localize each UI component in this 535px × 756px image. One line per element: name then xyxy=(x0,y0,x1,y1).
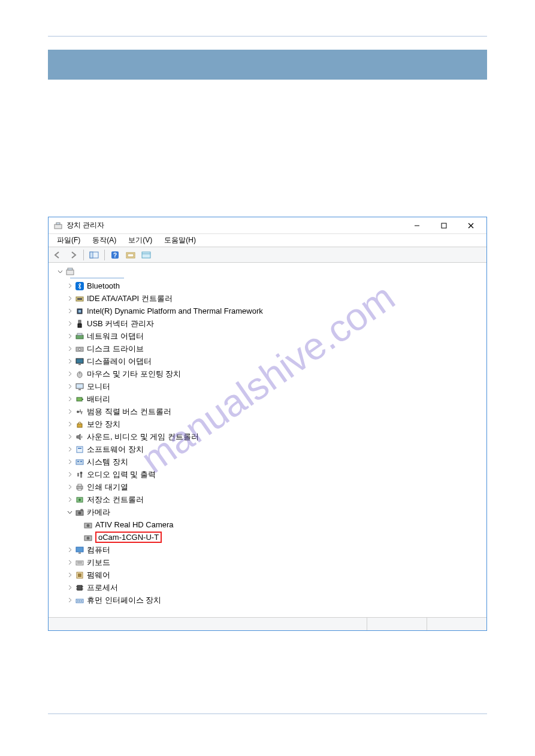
tree-node[interactable]: 사운드, 비디오 및 게임 컨트롤러 xyxy=(52,430,486,443)
svg-rect-18 xyxy=(77,298,82,300)
menu-action[interactable]: 동작(A) xyxy=(86,234,122,247)
properties-button[interactable] xyxy=(140,248,153,262)
tree-node[interactable]: 저장소 컨트롤러 xyxy=(52,493,486,506)
tree-node[interactable]: 휴먼 인터페이스 장치 xyxy=(52,594,486,606)
svg-rect-41 xyxy=(80,461,82,462)
tree-node[interactable]: 네트워크 어댑터 xyxy=(52,330,486,342)
expander-closed-icon[interactable] xyxy=(65,408,74,416)
window-title: 장치 관리자 xyxy=(67,220,104,230)
tree-node[interactable]: 소프트웨어 장치 xyxy=(52,443,486,456)
back-button[interactable] xyxy=(51,248,64,262)
tree-node[interactable]: 마우스 및 기타 포인팅 장치 xyxy=(52,368,486,380)
tree-node[interactable]: 카메라 xyxy=(52,506,486,518)
svg-rect-20 xyxy=(78,310,81,312)
tree-leaf-label: ATIV Real HD Camera xyxy=(95,520,174,529)
expander-closed-icon[interactable] xyxy=(65,307,74,315)
tree-node[interactable]: IDE ATA/ATAPI 컨트롤러 xyxy=(52,292,486,305)
svg-rect-40 xyxy=(77,461,79,462)
expander-closed-icon[interactable] xyxy=(65,370,74,378)
network-icon xyxy=(75,332,84,341)
svg-rect-64 xyxy=(77,585,82,590)
expander-closed-icon[interactable] xyxy=(65,483,74,491)
expander-closed-icon[interactable] xyxy=(65,420,74,429)
expander-closed-icon[interactable] xyxy=(65,596,74,605)
tree-node[interactable]: USB 커넥터 관리자 xyxy=(52,317,486,330)
forward-button[interactable] xyxy=(67,248,80,262)
help-button[interactable]: ? xyxy=(108,248,122,262)
tree-node[interactable]: 키보드 xyxy=(52,556,486,569)
tree-node[interactable]: Intel(R) Dynamic Platform and Thermal Fr… xyxy=(52,305,486,317)
tree-node[interactable]: Bluetooth xyxy=(52,280,486,292)
svg-rect-52 xyxy=(81,509,83,511)
expander-closed-icon[interactable] xyxy=(65,345,74,353)
expander-open-icon[interactable] xyxy=(65,508,74,517)
svg-rect-12 xyxy=(142,252,150,258)
expander-open-icon[interactable] xyxy=(56,268,64,276)
security-icon xyxy=(75,420,84,429)
expander-closed-icon[interactable] xyxy=(65,558,74,567)
software-icon xyxy=(75,445,84,454)
svg-text:?: ? xyxy=(113,252,117,259)
scan-button[interactable] xyxy=(124,248,137,262)
camera-dev-icon xyxy=(83,520,93,530)
battery-icon xyxy=(75,394,84,404)
root-underline xyxy=(70,278,124,278)
tree-node-label: Intel(R) Dynamic Platform and Thermal Fr… xyxy=(87,306,263,315)
expander-closed-icon[interactable] xyxy=(65,294,74,303)
tree-node-label: 마우스 및 기타 포인팅 장치 xyxy=(87,369,181,379)
expander-closed-icon[interactable] xyxy=(65,458,74,466)
tree-node-label: 오디오 입력 및 출력 xyxy=(87,469,156,480)
expander-closed-icon[interactable] xyxy=(65,382,74,391)
expander-closed-icon[interactable] xyxy=(65,584,74,592)
tree-node-label: 디스크 드라이브 xyxy=(87,344,144,354)
expander-closed-icon[interactable] xyxy=(65,571,74,579)
tree-node[interactable]: 시스템 장치 xyxy=(52,456,486,468)
expander-closed-icon[interactable] xyxy=(65,433,74,441)
menu-view[interactable]: 보기(V) xyxy=(122,234,158,247)
svg-rect-23 xyxy=(76,335,83,339)
device-tree[interactable]: BluetoothIDE ATA/ATAPI 컨트롤러Intel(R) Dyna… xyxy=(49,263,486,617)
tree-node[interactable]: 컴퓨터 xyxy=(52,544,486,556)
top-divider xyxy=(48,36,487,37)
computer-icon xyxy=(75,545,84,555)
expander-closed-icon[interactable] xyxy=(65,357,74,366)
tree-node-label: 저장소 컨트롤러 xyxy=(87,494,144,505)
tree-node[interactable]: 디스크 드라이브 xyxy=(52,342,486,355)
tree-node-label: 배터리 xyxy=(87,394,110,405)
hid-icon xyxy=(75,596,84,605)
firmware-icon xyxy=(75,570,84,580)
tree-root[interactable] xyxy=(52,265,486,278)
expander-closed-icon[interactable] xyxy=(65,332,74,341)
svg-rect-58 xyxy=(78,552,81,554)
expander-closed-icon[interactable] xyxy=(65,320,74,328)
expander-closed-icon[interactable] xyxy=(65,546,74,554)
tree-node[interactable]: 범용 직렬 버스 컨트롤러 xyxy=(52,405,486,418)
minimize-button[interactable] xyxy=(403,217,430,234)
close-button[interactable] xyxy=(457,217,484,234)
bluetooth-icon xyxy=(75,281,84,291)
show-hide-console-button[interactable] xyxy=(87,248,101,262)
expander-closed-icon[interactable] xyxy=(65,470,74,479)
tree-node[interactable]: 디스플레이 어댑터 xyxy=(52,355,486,368)
tree-leaf[interactable]: oCam-1CGN-U-T xyxy=(52,531,486,544)
tree-node[interactable]: 인쇄 대기열 xyxy=(52,481,486,493)
tree-leaf[interactable]: ATIV Real HD Camera xyxy=(52,518,486,531)
maximize-button[interactable] xyxy=(430,217,457,234)
svg-rect-38 xyxy=(78,448,81,449)
tree-node-label: IDE ATA/ATAPI 컨트롤러 xyxy=(87,293,173,304)
ide-icon xyxy=(75,294,84,303)
expander-closed-icon[interactable] xyxy=(65,496,74,504)
menu-help[interactable]: 도움말(H) xyxy=(158,234,202,247)
svg-rect-47 xyxy=(78,488,81,490)
expander-closed-icon[interactable] xyxy=(65,282,74,290)
menu-file[interactable]: 파일(F) xyxy=(51,234,86,247)
expander-closed-icon[interactable] xyxy=(65,445,74,454)
expander-closed-icon[interactable] xyxy=(65,395,74,403)
tree-node[interactable]: 보안 장치 xyxy=(52,418,486,430)
tree-node[interactable]: 오디오 입력 및 출력 xyxy=(52,468,486,481)
tree-node[interactable]: 배터리 xyxy=(52,393,486,405)
tree-node[interactable]: 프로세서 xyxy=(52,581,486,594)
tree-node[interactable]: 모니터 xyxy=(52,380,486,393)
svg-point-49 xyxy=(78,499,81,501)
tree-node[interactable]: 펌웨어 xyxy=(52,569,486,581)
